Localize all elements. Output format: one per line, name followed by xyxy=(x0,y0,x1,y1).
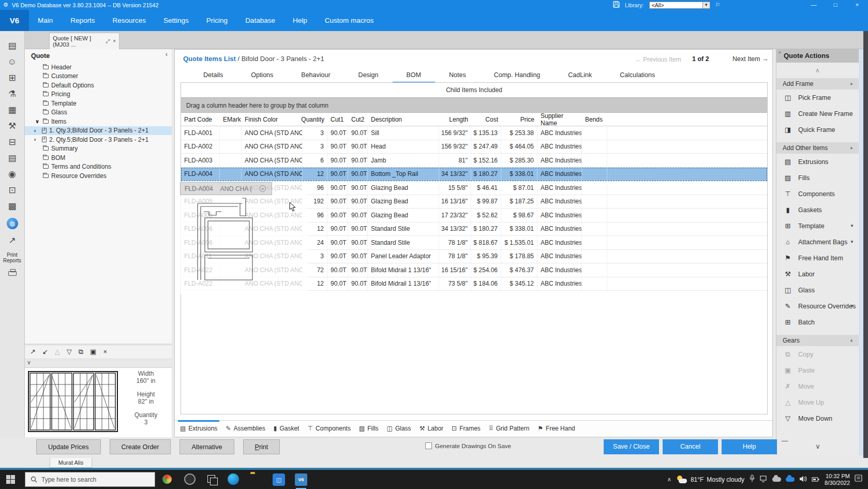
recorder-icon[interactable] xyxy=(184,473,196,485)
bom-row[interactable]: FLD-A005 ANO CHA (STD ANO) 96 90.0T 90.0… xyxy=(181,209,767,223)
export-icon[interactable]: ↗ xyxy=(6,236,19,245)
copy-icon[interactable]: ⧉ xyxy=(79,348,83,356)
action-batch[interactable]: ⊞ Batch xyxy=(776,314,859,330)
menu-database[interactable]: Database xyxy=(236,10,284,31)
tab-comp-handling[interactable]: Comp. Handling xyxy=(480,68,555,83)
action-pick-frame[interactable]: ◫ Pick Frame xyxy=(776,90,859,106)
action-copy[interactable]: ⧉ Copy xyxy=(776,346,859,362)
update-prices-button[interactable]: Update Prices xyxy=(36,439,101,454)
col-bends[interactable]: Bends xyxy=(582,113,607,126)
bom-row[interactable]: FLD-A002 ANO CHA (STD ANO) 3 90.0T 90.0T… xyxy=(181,140,767,154)
print-reports-label[interactable]: Print Reports xyxy=(2,252,23,263)
help-button[interactable]: Help xyxy=(722,439,777,454)
tree-item-pricing[interactable]: Pricing xyxy=(25,90,172,99)
col-cut2[interactable]: Cut2 xyxy=(348,113,368,126)
reports-icon[interactable]: ▤ xyxy=(6,41,19,51)
next-item-button[interactable]: Next Item → xyxy=(732,55,768,63)
breadcrumb-link[interactable]: Quote Items List xyxy=(183,55,236,63)
alternative-button[interactable]: Alternative xyxy=(179,439,234,454)
col-description[interactable]: Description xyxy=(368,113,439,126)
tab-options[interactable]: Options xyxy=(237,68,287,83)
active-app-icon[interactable]: V6 xyxy=(295,473,307,486)
action-paste[interactable]: ▣ Paste xyxy=(776,362,859,378)
weather-widget[interactable]: 81°F Mostly cloudy xyxy=(676,476,744,484)
menu-settings[interactable]: Settings xyxy=(155,10,198,31)
collapse-panel-icon[interactable]: ‹ xyxy=(166,50,168,58)
tab-details[interactable]: Details xyxy=(189,68,237,83)
tree-item-terms[interactable]: Terms and Conditions xyxy=(25,162,172,172)
flag-icon[interactable]: ⚐ xyxy=(715,2,721,8)
caret-down-icon[interactable]: ▼ xyxy=(850,240,854,244)
move-up-icon[interactable]: △ xyxy=(55,348,60,356)
bom-row[interactable]: FLD-A005 ANO CHA (STD ANO) 192 90.0T 90.… xyxy=(181,195,767,209)
tree-item-bom[interactable]: BOM xyxy=(25,153,172,162)
action-move-down[interactable]: ▽ Move Down xyxy=(776,410,859,426)
action-resource-overrides[interactable]: ✎ Resource Overrides ▼ xyxy=(776,298,859,314)
battery-icon[interactable] xyxy=(812,475,820,484)
bom-row[interactable]: FLD-A022 ANO CHA (STD ANO) 72 90.0T 90.0… xyxy=(181,263,767,277)
library-dropdown[interactable]: <All> ▼ xyxy=(649,2,710,9)
cancel-button[interactable]: Cancel xyxy=(663,439,718,454)
tab-design[interactable]: Design xyxy=(345,68,393,83)
caret-down-icon[interactable]: ▼ xyxy=(850,224,854,228)
start-button[interactable] xyxy=(6,475,15,484)
bom-row[interactable]: FLD-A003 ANO CHA (STD ANO) 6 90.0T 90.0T… xyxy=(181,154,767,168)
action-labor[interactable]: ⚒ Labor xyxy=(776,266,859,282)
tree-item-customer[interactable]: Customer xyxy=(25,72,172,81)
globe-icon[interactable]: ◍ xyxy=(7,218,18,229)
bottom-tab-glass[interactable]: ◫ Glass xyxy=(387,421,411,436)
bottom-tab-labor[interactable]: ⚒ Labor xyxy=(420,421,443,436)
col-emark[interactable]: EMark xyxy=(220,113,242,126)
volume-icon[interactable] xyxy=(799,475,807,484)
bom-row-selected[interactable]: FLD-A004 ANO CHA (STD ANO) 12 90.0T 90.0… xyxy=(181,168,767,182)
tree-item-template[interactable]: Template xyxy=(25,99,172,108)
pop-out-icon[interactable]: ↗ xyxy=(30,348,36,356)
bom-row[interactable]: FLD-A022 ANO CHA (STD ANO) 12 90.0T 90.0… xyxy=(181,277,767,291)
action-create-new-frame[interactable]: ▥ Create New Frame xyxy=(776,106,859,122)
network-icon[interactable] xyxy=(760,475,768,484)
section-header[interactable]: Add Other Items ▲ xyxy=(776,142,859,154)
action-quick-frame[interactable]: ◨ Quick Frame xyxy=(776,122,859,138)
onedrive-icon[interactable] xyxy=(772,477,781,482)
document-tab[interactable]: Quote [ NEW ](MJ03 ... ⤢ × xyxy=(49,33,119,49)
bottom-tab-free-hand[interactable]: ⚑ Free Hand xyxy=(537,421,575,436)
tree-item-quote-item-2[interactable]: › 2. Qty.5;Bifold Door - 3 Panels - 2+1 xyxy=(25,135,172,144)
disc-icon[interactable]: ◉ xyxy=(6,170,19,179)
microphone-icon[interactable] xyxy=(749,475,755,484)
grid-icon[interactable]: ⊞ xyxy=(6,73,19,83)
move-down-icon[interactable]: ▽ xyxy=(67,348,72,356)
menu-reports[interactable]: Reports xyxy=(62,10,103,31)
tree-item-default-options[interactable]: Default Options xyxy=(25,81,172,90)
print-button[interactable]: Print xyxy=(243,439,280,454)
expander-icon[interactable]: › xyxy=(34,137,39,142)
tab-calculations[interactable]: Calculations xyxy=(606,68,669,83)
contacts-icon[interactable]: ☺ xyxy=(6,57,19,67)
menu-resources[interactable]: Resources xyxy=(104,10,155,31)
tree-item-quote-item-1[interactable]: › 1. Qty.3;Bifold Door - 3 Panels - 2+1 xyxy=(25,126,172,136)
bottom-tab-extrusions[interactable]: ▤ Extrusions xyxy=(180,421,217,436)
create-order-button[interactable]: Create Order xyxy=(110,439,171,454)
lab-icon[interactable]: ⚗ xyxy=(6,90,19,99)
save-icon[interactable] xyxy=(613,1,620,9)
generate-drawings-checkbox[interactable] xyxy=(425,442,432,449)
tree-item-items[interactable]: ∨ Items xyxy=(25,117,172,126)
taskbar-clock[interactable]: 10:32 PM 8/30/2022 xyxy=(825,473,850,486)
action-extrusions[interactable]: ▤ Extrusions xyxy=(776,154,859,170)
action-fills[interactable]: ▨ Fills xyxy=(776,170,859,186)
col-supplier[interactable]: Supplier Name xyxy=(537,113,582,126)
monitor-icon[interactable]: ⊡ xyxy=(6,186,19,195)
close-button[interactable]: × xyxy=(846,0,868,10)
action-move-up[interactable]: △ Move Up xyxy=(776,394,859,410)
caret-down-icon[interactable]: ▼ xyxy=(850,304,854,308)
tab-bom[interactable]: BOM xyxy=(393,68,435,83)
notifications-icon[interactable] xyxy=(855,475,863,484)
section-header[interactable]: Gears ▲ xyxy=(776,335,859,346)
bottom-tab-components[interactable]: ⊤ Components xyxy=(307,421,351,436)
col-price[interactable]: Price xyxy=(501,113,537,126)
panel-scrollbar[interactable] xyxy=(859,49,863,455)
bottom-tab-frames[interactable]: ⊡ Frames xyxy=(452,421,481,436)
printer-icon[interactable] xyxy=(8,271,17,276)
panel-collapse-icon[interactable]: » xyxy=(779,50,781,55)
col-finish-color[interactable]: Finish Color xyxy=(242,113,303,126)
action-attachment-bags[interactable]: ⌂ Attachment Bags ▼ xyxy=(776,234,859,250)
